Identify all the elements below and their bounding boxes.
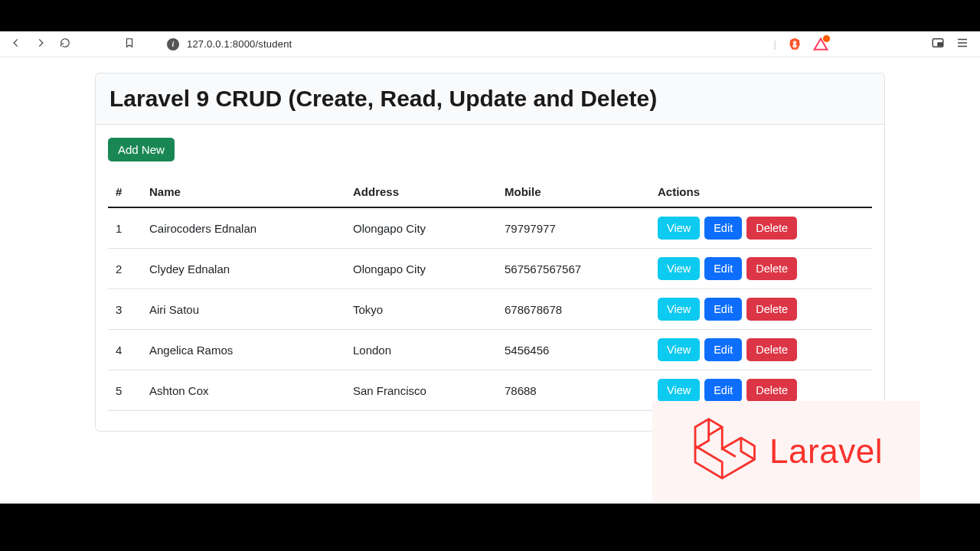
- cell-mobile: 78688: [497, 370, 650, 411]
- edit-button[interactable]: Edit: [704, 257, 742, 280]
- students-table: # Name Address Mobile Actions 1 Cairocod…: [108, 177, 872, 411]
- col-header-actions: Actions: [650, 177, 872, 207]
- delete-button[interactable]: Delete: [746, 379, 797, 402]
- cell-name: Clydey Ednalan: [142, 249, 345, 289]
- table-header-row: # Name Address Mobile Actions: [108, 177, 872, 207]
- notification-badge: [822, 34, 831, 43]
- cell-actions: View Edit Delete: [650, 289, 872, 330]
- cell-index: 4: [108, 330, 142, 370]
- brave-shield-icon[interactable]: [787, 37, 802, 52]
- page-content: Laravel 9 CRUD (Create, Read, Update and…: [0, 57, 980, 432]
- cell-index: 1: [108, 207, 142, 249]
- cell-name: Cairocoders Ednalan: [142, 207, 345, 249]
- delete-button[interactable]: Delete: [746, 257, 797, 280]
- cell-address: Olongapo City: [345, 207, 497, 249]
- col-header-address: Address: [345, 177, 497, 207]
- view-button[interactable]: View: [658, 379, 700, 402]
- separator: |: [774, 38, 776, 50]
- reload-icon[interactable]: [60, 37, 70, 51]
- table-row: 3 Airi Satou Tokyo 678678678 View Edit D…: [108, 289, 872, 330]
- cell-mobile: 79797977: [497, 207, 650, 249]
- cell-mobile: 5456456: [497, 330, 650, 370]
- cell-actions: View Edit Delete: [650, 207, 872, 249]
- col-header-name: Name: [142, 177, 345, 207]
- cell-index: 3: [108, 289, 142, 330]
- cell-address: Olongapo City: [345, 249, 497, 289]
- page-title: Laravel 9 CRUD (Create, Read, Update and…: [109, 86, 871, 112]
- view-button[interactable]: View: [658, 338, 700, 361]
- cell-mobile: 567567567567: [497, 249, 650, 289]
- cell-actions: View Edit Delete: [650, 330, 872, 370]
- menu-icon[interactable]: [956, 36, 969, 52]
- card-body: Add New # Name Address Mobile Actions 1 …: [95, 124, 885, 432]
- cell-actions: View Edit Delete: [650, 249, 872, 289]
- edit-button[interactable]: Edit: [704, 217, 742, 240]
- bookmark-icon[interactable]: [84, 37, 135, 51]
- view-button[interactable]: View: [658, 257, 700, 280]
- edit-button[interactable]: Edit: [704, 338, 742, 361]
- letterbox-bottom: [0, 504, 980, 551]
- delete-button[interactable]: Delete: [746, 217, 797, 240]
- letterbox-top: [0, 0, 980, 31]
- view-button[interactable]: View: [658, 217, 700, 240]
- cell-name: Airi Satou: [142, 289, 345, 330]
- cell-mobile: 678678678: [497, 289, 650, 330]
- svg-rect-2: [938, 43, 942, 46]
- cell-name: Ashton Cox: [142, 370, 345, 411]
- laravel-icon: [690, 415, 757, 488]
- forward-icon[interactable]: [35, 37, 46, 51]
- cell-index: 2: [108, 249, 142, 289]
- site-info-icon[interactable]: i: [167, 38, 179, 51]
- view-button[interactable]: View: [658, 298, 700, 321]
- cell-index: 5: [108, 370, 142, 411]
- col-header-index: #: [108, 177, 142, 207]
- edit-button[interactable]: Edit: [704, 379, 742, 402]
- table-row: 2 Clydey Ednalan Olongapo City 567567567…: [108, 249, 872, 289]
- pip-icon[interactable]: [931, 36, 945, 52]
- delete-button[interactable]: Delete: [746, 338, 797, 361]
- page-header: Laravel 9 CRUD (Create, Read, Update and…: [95, 73, 885, 125]
- cell-name: Angelica Ramos: [142, 330, 345, 370]
- brave-rewards-icon[interactable]: [813, 37, 828, 52]
- cell-address: Tokyo: [345, 289, 497, 330]
- laravel-logo-card: Laravel: [652, 401, 920, 502]
- back-icon[interactable]: [11, 37, 21, 51]
- col-header-mobile: Mobile: [497, 177, 650, 207]
- cell-address: San Francisco: [345, 370, 497, 411]
- table-row: 4 Angelica Ramos London 5456456 View Edi…: [108, 330, 872, 370]
- edit-button[interactable]: Edit: [704, 298, 742, 321]
- laravel-wordmark: Laravel: [769, 432, 883, 471]
- add-new-button[interactable]: Add New: [108, 138, 175, 161]
- cell-address: London: [345, 330, 497, 370]
- browser-toolbar: i 127.0.0.1:8000/student |: [0, 31, 980, 57]
- delete-button[interactable]: Delete: [746, 298, 797, 321]
- address-bar[interactable]: 127.0.0.1:8000/student: [187, 38, 292, 50]
- table-row: 1 Cairocoders Ednalan Olongapo City 7979…: [108, 207, 872, 249]
